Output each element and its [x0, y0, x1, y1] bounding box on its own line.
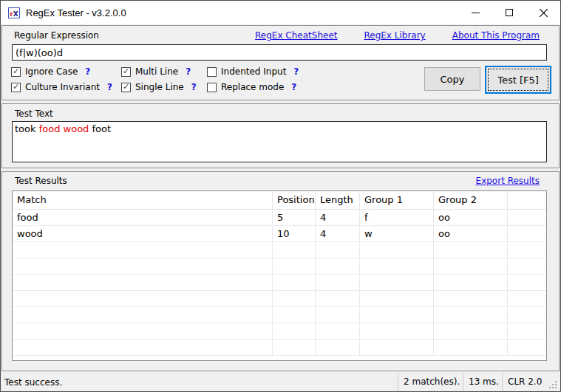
table-row[interactable]	[13, 323, 546, 340]
checkbox-ignore-case[interactable]	[11, 67, 21, 77]
table-cell	[508, 323, 546, 339]
checkbox-replace-mode[interactable]	[207, 83, 217, 92]
column-header-group1[interactable]: Group 1	[360, 191, 434, 209]
table-cell	[360, 258, 434, 274]
table-row[interactable]	[13, 242, 546, 258]
table-cell: food	[13, 210, 273, 225]
status-right-group: 2 match(es). 13 ms. CLR 2.0	[398, 373, 560, 391]
status-match-count: 2 match(es).	[398, 373, 463, 391]
checkbox-single-line[interactable]	[121, 83, 131, 92]
copy-button[interactable]: Copy	[424, 67, 480, 91]
table-cell: w	[360, 226, 434, 241]
help-link-replace-mode[interactable]: ?	[291, 82, 296, 92]
column-header-position[interactable]: Position	[273, 191, 316, 209]
help-link-ignore-case[interactable]: ?	[85, 66, 90, 77]
table-cell	[360, 307, 434, 323]
checkbox-culture-invariant[interactable]	[11, 83, 21, 92]
table-cell: 10	[273, 226, 316, 241]
status-bar: Test success. 2 match(es). 13 ms. CLR 2.…	[1, 373, 560, 391]
test-button[interactable]: Test [F5]	[485, 66, 551, 94]
table-row[interactable]: wood104woo	[13, 226, 546, 242]
table-cell	[508, 210, 546, 225]
table-cell	[273, 258, 316, 274]
option-label-single-line: Single Line	[135, 82, 184, 92]
table-cell	[360, 323, 434, 339]
table-cell	[273, 291, 316, 306]
minimize-icon	[472, 13, 480, 13]
regex-panel: Regular Expression RegEx CheatSheet RegE…	[1, 25, 560, 100]
option-label-ignore-case: Ignore Case	[25, 66, 78, 77]
maximize-button[interactable]	[492, 1, 526, 24]
plain-text: took	[15, 123, 39, 134]
table-cell	[434, 275, 508, 290]
table-row[interactable]	[13, 307, 546, 323]
table-cell	[434, 291, 508, 306]
help-link-culture-invariant[interactable]: ?	[107, 82, 112, 92]
help-link-multi-line[interactable]: ?	[186, 66, 191, 77]
results-label: Test Results	[15, 176, 67, 186]
match-highlight: food	[39, 123, 61, 134]
table-cell	[13, 323, 273, 339]
option-multi-line: Multi Line?	[121, 66, 191, 78]
table-cell: f	[360, 210, 434, 225]
checkbox-indented-input[interactable]	[207, 67, 217, 77]
titlebar: rX RegEx Tester - v3.2.0.0	[1, 1, 560, 24]
help-link-single-line[interactable]: ?	[191, 82, 197, 92]
table-row[interactable]	[13, 258, 546, 275]
table-cell	[360, 291, 434, 306]
checkbox-multi-line[interactable]	[121, 67, 131, 77]
window-title: RegEx Tester - v3.2.0.0	[26, 7, 126, 18]
table-cell	[13, 291, 273, 306]
table-cell	[360, 275, 434, 290]
table-cell	[273, 340, 316, 355]
table-cell	[434, 340, 508, 355]
match-highlight: wood	[64, 123, 89, 134]
test-text-input[interactable]: took food wood foot	[12, 121, 547, 162]
option-single-line: Single Line?	[121, 81, 197, 93]
plain-text: foot	[89, 123, 111, 134]
table-row[interactable]	[13, 291, 546, 307]
table-cell	[316, 291, 360, 306]
minimize-button[interactable]	[458, 1, 492, 24]
status-message: Test success.	[4, 377, 62, 388]
option-ignore-case: Ignore Case?	[11, 66, 90, 78]
table-cell	[434, 323, 508, 339]
table-cell: oo	[434, 210, 508, 225]
table-cell	[316, 340, 360, 355]
table-cell	[360, 242, 434, 258]
help-link-indented-input[interactable]: ?	[293, 66, 299, 77]
export-results-link[interactable]: Export Results	[476, 176, 540, 186]
table-row[interactable]: food54foo	[13, 210, 546, 226]
option-replace-mode: Replace mode?	[207, 81, 296, 93]
app-window: rX RegEx Tester - v3.2.0.0 Regular Expre…	[0, 0, 561, 392]
column-header-group2[interactable]: Group 2	[434, 191, 508, 209]
table-cell	[434, 258, 508, 274]
table-cell	[13, 258, 273, 274]
resize-grip-icon	[549, 381, 557, 389]
table-header-row: Match Position Length Group 1 Group 2	[13, 191, 546, 210]
table-cell	[13, 340, 273, 355]
table-cell	[508, 340, 546, 355]
table-cell	[13, 307, 273, 323]
option-indented-input: Indented Input?	[207, 66, 299, 78]
table-cell	[508, 242, 546, 258]
table-row[interactable]	[13, 275, 546, 291]
table-cell	[508, 226, 546, 241]
table-row[interactable]	[13, 340, 546, 356]
status-clr-version: CLR 2.0	[502, 373, 546, 391]
table-cell	[273, 275, 316, 290]
option-label-multi-line: Multi Line	[135, 66, 178, 77]
app-icon: rX	[8, 7, 20, 18]
table-cell: wood	[13, 226, 273, 241]
maximize-icon	[506, 9, 513, 16]
table-cell	[434, 242, 508, 258]
results-table-body: food54foowood104woo	[13, 210, 546, 356]
table-cell	[273, 242, 316, 258]
resize-grip[interactable]	[546, 373, 560, 391]
table-cell	[434, 307, 508, 323]
column-header-match[interactable]: Match	[13, 191, 273, 209]
table-cell	[316, 307, 360, 323]
column-header-length[interactable]: Length	[316, 191, 360, 209]
test-text-panel: Test Text took food wood foot	[1, 103, 560, 168]
close-button[interactable]	[526, 1, 560, 24]
